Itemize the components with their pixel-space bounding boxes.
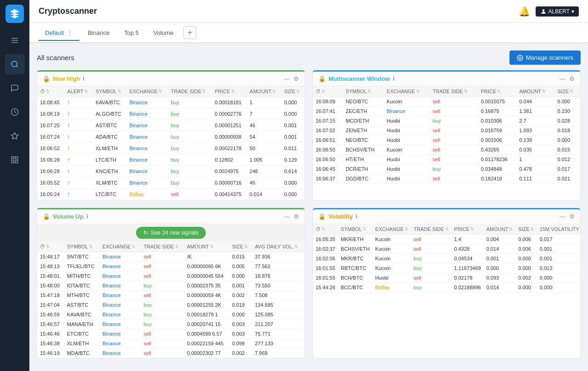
vu-col-exchange[interactable]: EXCHANGE⇅: [100, 242, 141, 252]
vol-col-amount[interactable]: AMOUNT⇅: [484, 224, 516, 235]
cell-symbol[interactable]: ETC/BTC: [64, 329, 100, 339]
volatility-minimize-icon[interactable]: —: [560, 213, 565, 220]
app-logo[interactable]: [6, 5, 24, 23]
volume-up-minimize-icon[interactable]: —: [284, 213, 290, 220]
cell-symbol[interactable]: LTC/ETH: [93, 154, 126, 166]
cell-exchange[interactable]: Binance: [127, 177, 169, 189]
cell-symbol[interactable]: MITH/BTC: [64, 271, 100, 281]
vol-col-tradeside[interactable]: TRADE SIDE⇅: [411, 224, 452, 235]
cell-exchange[interactable]: Huobi: [373, 273, 411, 283]
ms-col-exchange[interactable]: EXCHANGE⇅: [384, 86, 430, 97]
cell-symbol[interactable]: ADA/BTC: [93, 131, 126, 143]
cell-symbol[interactable]: MKR/ETH: [338, 235, 373, 244]
cell-symbol[interactable]: NEO/BTC: [343, 135, 384, 145]
cell-exchange[interactable]: Huobi: [384, 135, 430, 145]
new-high-settings-icon[interactable]: ⚙: [294, 75, 299, 82]
cell-symbol[interactable]: DGD/BTC: [343, 174, 384, 184]
vol-col-symbol[interactable]: SYMBOL⇅: [338, 224, 373, 235]
notification-bell-icon[interactable]: 🔔: [519, 6, 530, 17]
vu-col-tradeside[interactable]: TRADE SIDE⇅: [141, 242, 184, 252]
new-high-col-size[interactable]: SIZE⇅: [282, 86, 305, 97]
new-high-info-icon[interactable]: ℹ: [83, 76, 85, 82]
cell-exchange[interactable]: Kucoin: [373, 244, 411, 254]
user-menu[interactable]: ALBERT ▾: [536, 6, 579, 17]
cell-exchange[interactable]: Binance: [127, 108, 169, 120]
cell-exchange[interactable]: Huobi: [384, 174, 430, 184]
cell-exchange[interactable]: BitBay: [127, 189, 169, 200]
cell-exchange[interactable]: Binance: [127, 97, 169, 108]
vu-col-size[interactable]: SIZE⇅: [229, 242, 252, 252]
vol-col-exchange[interactable]: EXCHANGE⇅: [373, 224, 411, 235]
cell-symbol[interactable]: TFUEL/BTC: [64, 262, 100, 271]
cell-exchange[interactable]: Binance: [100, 252, 141, 262]
cell-symbol[interactable]: ZEN/ETH: [343, 126, 384, 135]
cell-symbol[interactable]: MTH/BTC: [64, 291, 100, 300]
tab-volume[interactable]: Volume: [147, 26, 180, 41]
cell-exchange[interactable]: Huobi: [384, 164, 430, 174]
ms-col-price[interactable]: PRICE⇅: [478, 86, 517, 97]
cell-exchange[interactable]: Binance: [100, 329, 141, 339]
cell-symbol[interactable]: LTC/BTC: [93, 189, 126, 200]
cell-exchange[interactable]: Kucoin: [384, 145, 430, 155]
tab-default-options-icon[interactable]: ⋮: [67, 29, 73, 36]
manage-scanners-button[interactable]: Manage scanners: [509, 51, 581, 65]
cell-exchange[interactable]: Binance: [100, 271, 141, 281]
cell-symbol[interactable]: MCO/ETH: [343, 116, 384, 126]
multiscanner-settings-icon[interactable]: ⚙: [569, 75, 575, 82]
cell-symbol[interactable]: ZEC/ETH: [343, 107, 384, 116]
cell-symbol[interactable]: KAVA/BTC: [64, 310, 100, 320]
new-high-col-tradeside[interactable]: TRADE SIDE⇅: [168, 86, 212, 97]
cell-exchange[interactable]: Binance: [127, 166, 169, 177]
new-high-col-symbol[interactable]: SYMBOL⇅: [93, 86, 126, 97]
cell-symbol[interactable]: XLM/BTC: [93, 177, 126, 189]
cell-exchange[interactable]: Binance: [100, 262, 141, 271]
cell-exchange[interactable]: Kucoin: [384, 97, 430, 107]
cell-exchange[interactable]: Binance: [127, 143, 169, 154]
cell-symbol[interactable]: HT/ETH: [343, 155, 384, 164]
cell-symbol[interactable]: BCHSV/ETH: [343, 145, 384, 155]
cell-exchange[interactable]: Binance: [100, 300, 141, 310]
vol-col-time[interactable]: ⏱⇅: [313, 224, 338, 235]
cell-exchange[interactable]: Kucoin: [373, 254, 411, 264]
tab-default[interactable]: Default ⋮: [39, 25, 79, 41]
cell-exchange[interactable]: Binance: [127, 154, 169, 166]
new-high-col-amount[interactable]: AMOUNT⇅: [247, 86, 281, 97]
volume-up-settings-icon[interactable]: ⚙: [294, 213, 299, 220]
vol-col-size[interactable]: SIZE⇅: [515, 224, 537, 235]
volatility-settings-icon[interactable]: ⚙: [569, 213, 575, 220]
tab-top5[interactable]: Top 5: [118, 26, 145, 41]
cell-exchange[interactable]: Binance: [100, 349, 141, 358]
ms-col-amount[interactable]: AMOUNT⇅: [516, 86, 554, 97]
ms-col-symbol[interactable]: SYMBOL⇅: [343, 86, 384, 97]
new-high-minimize-icon[interactable]: —: [284, 75, 290, 82]
cell-exchange[interactable]: Binance: [100, 310, 141, 320]
cell-exchange[interactable]: Binance: [127, 131, 169, 143]
cell-exchange[interactable]: Huobi: [384, 155, 430, 164]
cell-exchange[interactable]: Binance: [100, 291, 141, 300]
cell-symbol[interactable]: ALGO/BTC: [93, 108, 126, 120]
cell-symbol[interactable]: MKR/BTC: [338, 254, 373, 264]
cell-exchange[interactable]: Binance: [100, 281, 141, 291]
sidebar-item-menu[interactable]: [5, 30, 25, 51]
cell-symbol[interactable]: BCC/BTC: [338, 283, 373, 292]
sidebar-item-scanner[interactable]: [5, 54, 25, 74]
cell-symbol[interactable]: KAVA/BTC: [93, 97, 126, 108]
cell-symbol[interactable]: AST/BTC: [93, 120, 126, 131]
vol-col-volatility[interactable]: 15M VOLATILITY⇅: [537, 224, 580, 235]
cell-exchange[interactable]: Kucoin: [373, 235, 411, 244]
sidebar-item-chat[interactable]: [5, 78, 25, 98]
cell-exchange[interactable]: Binance: [127, 120, 169, 131]
add-tab-button[interactable]: +: [183, 26, 196, 39]
cell-exchange[interactable]: Binance: [100, 320, 141, 329]
cell-symbol[interactable]: XLM/ETH: [93, 143, 126, 154]
cell-symbol[interactable]: IOTA/BTC: [64, 281, 100, 291]
cell-exchange[interactable]: Binance: [384, 107, 430, 116]
multiscanner-info-icon[interactable]: ℹ: [393, 76, 395, 82]
vu-col-symbol[interactable]: SYMBOL⇅: [64, 242, 100, 252]
new-high-col-alert[interactable]: ALERT⇅: [64, 86, 93, 97]
sidebar-item-crown[interactable]: [5, 126, 25, 146]
cell-symbol[interactable]: AST/BTC: [64, 300, 100, 310]
cell-symbol[interactable]: MANA/ETH: [64, 320, 100, 329]
cell-exchange[interactable]: BitBay: [373, 283, 411, 292]
ms-col-tradeside[interactable]: TRADE SIDE⇅: [430, 86, 478, 97]
